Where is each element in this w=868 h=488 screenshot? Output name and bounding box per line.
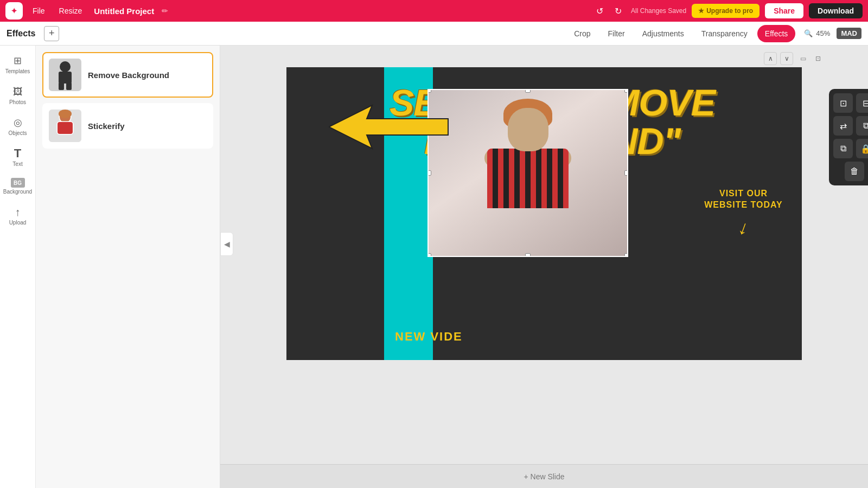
secondary-toolbar: Effects + Crop Filter Adjustments Transp… [0,22,868,46]
lock-tool-button[interactable]: 🔒 [856,139,868,158]
handle-top-right[interactable] [624,89,628,93]
effect-stickerify[interactable]: Stickerify [42,103,213,149]
sidebar-item-background[interactable]: BG Background [3,174,33,199]
upload-icon: ↑ [11,206,24,219]
slide-next-button[interactable]: ∨ [780,52,793,65]
project-title[interactable]: Untitled Project [94,7,154,16]
delete-tool-button[interactable]: 🗑 [845,162,864,181]
tab-crop[interactable]: Crop [566,25,598,42]
text-label: Text [12,161,22,167]
svg-point-1 [60,61,71,72]
main-layout: ⊞ Templates 🖼 Photos ◎ Objects T Text BG… [0,46,868,488]
stickerify-label: Stickerify [88,121,125,131]
remove-background-thumb [49,59,81,91]
file-menu[interactable]: File [28,4,49,17]
svg-rect-3 [59,82,64,90]
user-badge: MAD [837,28,861,39]
saved-status: All Changes Saved [631,7,686,15]
handle-top-mid[interactable] [525,89,531,93]
down-arrow-decoration: ↓ [735,215,752,240]
svg-point-10 [59,110,72,118]
slide-view-icons: ▭ ⊡ [796,52,825,65]
swap-tool-button[interactable]: ⇄ [833,116,853,136]
slide-area[interactable]: ∧ ∨ ▭ ⊡ Slide 1 [220,46,868,464]
resize-menu[interactable]: Resize [55,4,87,17]
new-video-text: NEW VIDE [395,330,463,344]
svg-rect-9 [58,122,73,134]
photos-label: Photos [9,99,26,105]
svg-rect-4 [66,82,72,90]
undo-button[interactable]: ↺ [592,3,607,18]
tab-filter[interactable]: Filter [601,25,633,42]
top-bar: ✦ File Resize Untitled Project ✏ ↺ ↻ All… [0,0,868,22]
duplicate-tool-button[interactable]: ⧉ [833,139,853,158]
handle-left-mid[interactable] [427,170,431,176]
text-icon: T [11,147,24,160]
selected-image[interactable]: ↻ [427,89,628,257]
app-logo: ✦ [5,2,23,20]
handle-bottom-right[interactable] [624,253,628,257]
panel-title: Effects [7,29,35,38]
shirt [487,149,569,208]
sidebar: ⊞ Templates 🖼 Photos ◎ Objects T Text BG… [0,46,36,488]
photos-icon: 🖼 [11,85,24,98]
upgrade-label: Upgrade to pro [706,7,753,15]
person-image [474,94,582,252]
templates-icon: ⊞ [11,54,24,67]
zoom-icon: 🔍 [804,29,813,37]
visit-website-text: VISIT OURWEBSITE TODAY [704,188,783,211]
background-icon: BG [11,178,25,188]
new-slide-button[interactable]: + New Slide [220,464,868,488]
tab-transparency[interactable]: Transparency [694,25,755,42]
effects-panel: Remove Background Stickerify [36,46,220,488]
share-button[interactable]: Share [765,3,803,18]
svg-rect-2 [59,72,72,84]
sidebar-item-templates[interactable]: ⊞ Templates [3,50,33,79]
undo-redo-group: ↺ ↻ [592,3,626,18]
objects-label: Objects [9,130,27,136]
redo-button[interactable]: ↻ [610,3,626,18]
sidebar-item-text[interactable]: T Text [3,143,33,171]
zoom-level: 45% [816,29,830,37]
handle-bottom-mid[interactable] [525,253,531,257]
slide-canvas[interactable]: SELECT "REMOVE BACKGOUND" NEW VIDE [286,67,802,360]
download-button[interactable]: Download [809,3,863,18]
templates-label: Templates [5,68,30,74]
crop-tool-button[interactable]: ⊡ [833,93,853,113]
zoom-control[interactable]: 🔍 45% [804,29,830,37]
sidebar-item-photos[interactable]: 🖼 Photos [3,81,33,110]
sidebar-item-objects[interactable]: ◎ Objects [3,112,33,140]
add-effect-button[interactable]: + [44,26,59,41]
panel-collapse-button[interactable]: ◀ [220,232,233,256]
handle-right-mid[interactable] [624,170,628,176]
sidebar-item-upload[interactable]: ↑ Upload [3,201,33,230]
slide-view-expand[interactable]: ⊡ [812,52,825,65]
background-label: Background [3,189,32,195]
tab-effects[interactable]: Effects [757,25,796,42]
effect-remove-background[interactable]: Remove Background [42,52,213,98]
upgrade-button[interactable]: ★ Upgrade to pro [692,4,760,18]
new-slide-label: + New Slide [524,472,564,481]
layer-tool-button[interactable]: ⧉ [856,116,868,136]
edit-title-icon[interactable]: ✏ [162,7,168,15]
remove-bg-svg [49,59,81,91]
star-icon: ★ [698,7,704,15]
slide-view-single[interactable]: ▭ [796,52,809,65]
canvas-area: ∧ ∨ ▭ ⊡ Slide 1 [220,46,868,488]
handle-bottom-left[interactable] [427,253,431,257]
stickerify-svg [49,110,81,142]
slide-navigation: ∧ ∨ ▭ ⊡ [764,52,825,65]
tab-adjustments[interactable]: Adjustments [635,25,692,42]
slide-prev-button[interactable]: ∧ [764,52,777,65]
stickerify-thumb [49,110,81,142]
remove-background-label: Remove Background [88,70,169,80]
upload-label: Upload [9,220,27,226]
handle-top-left[interactable] [427,89,431,93]
split-tool-button[interactable]: ⊟ [856,93,868,113]
objects-icon: ◎ [11,116,24,129]
tab-bar: Crop Filter Adjustments Transparency Eff… [566,25,795,42]
head [508,108,548,151]
object-toolbar: ⊡ ⊟ ⇄ ⧉ ⧉ 🔒 🗑 [829,89,868,185]
